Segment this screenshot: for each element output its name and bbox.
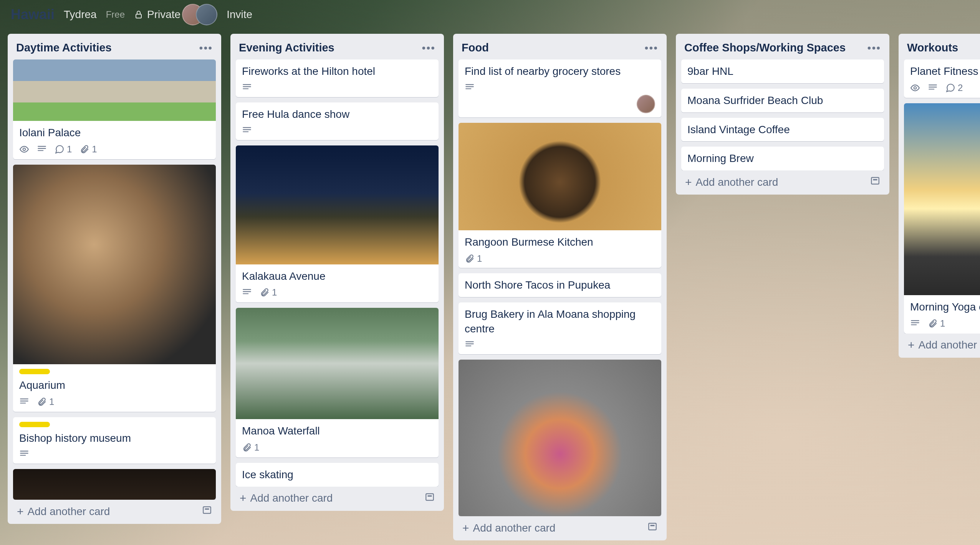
member-avatars[interactable]	[190, 4, 217, 25]
card-badges	[242, 83, 432, 92]
comments-badge: 2	[945, 83, 963, 93]
svg-rect-0	[136, 14, 141, 18]
plus-icon: +	[685, 177, 692, 188]
card[interactable]: Manoa Waterfall1	[236, 308, 439, 457]
card[interactable]: Fireworks at the Hilton hotel	[236, 59, 439, 97]
card[interactable]: Island Vintage Coffee	[681, 118, 884, 142]
list[interactable]: Food ••• Find list of nearby grocery sto…	[453, 34, 667, 540]
plus-icon: +	[462, 522, 469, 534]
invite-button[interactable]: Invite	[227, 8, 252, 21]
description-icon	[910, 319, 920, 329]
add-card-button[interactable]: +Add another card	[459, 516, 661, 537]
card[interactable]: Ice skating	[236, 463, 439, 487]
card[interactable]: Find list of nearby grocery stores	[459, 59, 661, 117]
description-icon	[242, 83, 252, 92]
description-icon	[242, 287, 252, 297]
list-menu-button[interactable]: •••	[422, 42, 435, 54]
card-title: Brug Bakery in Ala Moana shopping centre	[465, 307, 655, 336]
card[interactable]: Brug Bakery in Ala Moana shopping centre	[459, 302, 661, 354]
card-title: Morning Yoga or Sunset Yoga	[910, 300, 980, 314]
list-title[interactable]: Evening Activities	[239, 41, 334, 54]
list-menu-button[interactable]: •••	[199, 42, 213, 54]
card[interactable]: Iolani Palace11	[13, 59, 216, 159]
list[interactable]: Daytime Activities ••• Iolani Palace11Aq…	[8, 34, 221, 524]
card[interactable]: 9bar HNL	[681, 59, 884, 83]
board-header: Hawaii Tydrea Free Private Invite	[0, 0, 980, 29]
list-title[interactable]: Coffee Shops/Working Spaces	[684, 41, 846, 54]
card[interactable]: Rangoon Burmese Kitchen1	[459, 123, 661, 268]
card[interactable]: Kalakaua Avenue1	[236, 145, 439, 303]
card[interactable]: Morning Yoga or Sunset Yoga1	[904, 103, 980, 334]
card-badges: 1	[242, 287, 432, 298]
card-label[interactable]	[19, 369, 50, 374]
card-title: Find list of nearby grocery stores	[465, 64, 655, 79]
card-badges	[465, 340, 655, 350]
attachments-badge: 1	[928, 318, 945, 329]
list[interactable]: Workouts ••• Planet Fitness2Morning Yoga…	[899, 34, 980, 358]
card-badges	[19, 449, 210, 459]
card-title: Morning Brew	[687, 151, 878, 166]
card[interactable]: Morning Brew	[681, 147, 884, 170]
card[interactable]: Aquarium1	[13, 165, 216, 412]
board-title[interactable]: Hawaii	[11, 7, 55, 23]
card-template-icon[interactable]	[425, 492, 435, 505]
list-title[interactable]: Food	[462, 41, 489, 54]
card[interactable]: Free Hula dance show	[236, 102, 439, 140]
card-member-avatar[interactable]	[637, 95, 655, 113]
card-list: Find list of nearby grocery storesRangoo…	[459, 59, 661, 516]
add-card-button[interactable]: +Add another card	[236, 487, 439, 507]
list-title[interactable]: Workouts	[907, 41, 958, 54]
card-template-icon[interactable]	[202, 505, 212, 518]
card-badges: 1	[910, 318, 980, 329]
card-badges: 11	[19, 144, 210, 155]
add-card-button[interactable]: +Add another card	[681, 170, 884, 191]
list[interactable]: Evening Activities ••• Fireworks at the …	[230, 34, 444, 511]
card-cover-image	[459, 360, 661, 516]
card-list: Fireworks at the Hilton hotelFree Hula d…	[236, 59, 439, 487]
card-cover-image	[13, 469, 216, 500]
list-menu-button[interactable]: •••	[645, 42, 658, 54]
description-icon	[37, 144, 47, 154]
card-title: Manoa Waterfall	[242, 424, 432, 438]
card[interactable]	[459, 360, 661, 516]
list-title[interactable]: Daytime Activities	[16, 41, 112, 54]
comments-badge: 1	[55, 144, 72, 155]
card-title: Fireworks at the Hilton hotel	[242, 64, 432, 79]
add-card-button[interactable]: +Add another card	[904, 334, 980, 354]
description-icon	[242, 126, 252, 135]
board-canvas[interactable]: Daytime Activities ••• Iolani Palace11Aq…	[0, 29, 980, 545]
card-template-icon[interactable]	[870, 176, 880, 188]
card-cover-image	[236, 145, 439, 264]
lock-icon	[134, 10, 143, 19]
attachments-badge: 1	[37, 396, 54, 407]
list[interactable]: Coffee Shops/Working Spaces ••• 9bar HNL…	[676, 34, 889, 195]
watch-icon	[910, 83, 920, 93]
description-icon	[465, 83, 475, 92]
card-title: Ice skating	[242, 467, 432, 482]
card[interactable]	[13, 469, 216, 500]
card-title: Bishop history museum	[19, 431, 210, 446]
card[interactable]: Bishop history museum	[13, 417, 216, 464]
card-template-icon[interactable]	[647, 522, 657, 534]
avatar[interactable]	[196, 4, 217, 25]
card-title: 9bar HNL	[687, 64, 878, 79]
list-menu-button[interactable]: •••	[867, 42, 881, 54]
description-icon	[928, 83, 938, 93]
card[interactable]: Moana Surfrider Beach Club	[681, 89, 884, 112]
workspace-name[interactable]: Tydrea	[64, 8, 97, 21]
add-card-button[interactable]: +Add another card	[13, 500, 216, 520]
card-badges: 2	[910, 83, 980, 93]
card-badges: 1	[465, 253, 655, 264]
watch-icon	[19, 144, 29, 154]
card[interactable]: Planet Fitness2	[904, 59, 980, 98]
plus-icon: +	[908, 339, 915, 351]
description-icon	[465, 340, 475, 350]
card-title: Iolani Palace	[19, 126, 210, 140]
card-label[interactable]	[19, 422, 50, 427]
card[interactable]: North Shore Tacos in Pupukea	[459, 273, 661, 297]
visibility-button[interactable]: Private	[134, 8, 180, 21]
card-title: Planet Fitness	[910, 64, 980, 79]
description-icon	[19, 449, 29, 459]
card-list: 9bar HNLMoana Surfrider Beach ClubIsland…	[681, 59, 884, 170]
card-title: North Shore Tacos in Pupukea	[465, 278, 655, 292]
